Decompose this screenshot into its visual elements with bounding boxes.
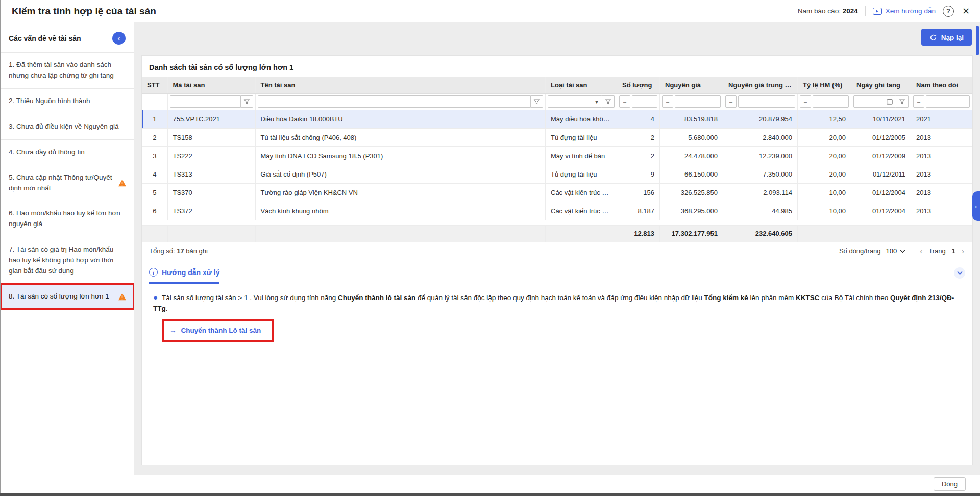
sidebar-item-label: 2. Thiếu Nguồn hình thành bbox=[9, 96, 127, 107]
table-row[interactable]: 2TS158Tủ tài liệu sắt chống (P406, 408)T… bbox=[142, 128, 972, 146]
column-header[interactable]: Tỷ lệ HM (%) bbox=[798, 77, 851, 93]
sidebar-item-2[interactable]: 2. Thiếu Nguồn hình thành bbox=[1, 88, 134, 114]
summary-row: 12.813 17.302.177.951 232.640.605 bbox=[142, 225, 972, 242]
table-row[interactable]: 4TS313Giá sắt cố định (P507)Tủ đựng tài … bbox=[142, 165, 972, 183]
table-cell: 6 bbox=[142, 202, 167, 220]
reload-label: Nạp lại bbox=[941, 34, 964, 41]
table-cell: 20.879.954 bbox=[723, 110, 798, 128]
filter-cell-year: = bbox=[911, 93, 972, 110]
view-guide-link[interactable]: Xem hướng dẫn bbox=[873, 7, 936, 15]
quantity-filter-input[interactable] bbox=[632, 95, 657, 108]
warning-icon bbox=[118, 293, 127, 301]
column-header[interactable]: Loại tài sản bbox=[546, 77, 617, 93]
sidebar-item-4[interactable]: 4. Chưa đầy đủ thông tin bbox=[1, 139, 134, 165]
cost-filter-input[interactable] bbox=[675, 95, 721, 108]
bottom-bar: Đóng bbox=[1, 475, 980, 493]
avgcost-filter-input[interactable] bbox=[738, 95, 795, 108]
asset-table-body: 1755.VPTC.2021Điều hòa Daikin 18.000BTUM… bbox=[142, 110, 972, 220]
code-filter-input[interactable] bbox=[170, 95, 241, 108]
column-header[interactable]: Nguyên giá bbox=[660, 77, 723, 93]
help-icon[interactable]: ? bbox=[943, 6, 954, 17]
close-dialog-button[interactable]: Đóng bbox=[934, 477, 966, 491]
panel-expand-handle[interactable]: ‹ bbox=[972, 191, 980, 221]
guide-instruction: ●Tài sản số lượng tài sản > 1 . Vui lòng… bbox=[153, 292, 962, 314]
column-header[interactable]: STT bbox=[142, 77, 167, 93]
filter-funnel-icon[interactable] bbox=[241, 95, 253, 108]
table-caption: Danh sách tài sản có số lượng lớn hơn 1 bbox=[142, 56, 972, 77]
chevron-down-icon bbox=[900, 249, 905, 253]
table-cell: TS222 bbox=[167, 146, 255, 165]
rows-per-page-select[interactable]: 100 bbox=[886, 247, 906, 255]
sidebar-item-6[interactable]: 6. Hao mòn/khấu hao lũy kế lớn hơn nguyê… bbox=[1, 201, 134, 237]
table-cell: 66.150.000 bbox=[660, 165, 723, 183]
table-cell: Tường rào giáp Viện KH&CN VN bbox=[255, 183, 546, 202]
page-number: 1 bbox=[952, 247, 955, 255]
table-cell: 2013 bbox=[911, 183, 972, 202]
filter-row: ▼ = = = bbox=[142, 93, 972, 110]
filter-cell-code bbox=[167, 93, 255, 110]
main-area: Nạp lại Danh sách tài sản có số lượng lớ… bbox=[134, 22, 980, 475]
sidebar-item-3[interactable]: 3. Chưa đủ điều kiện về Nguyên giá bbox=[1, 114, 134, 139]
table-row[interactable]: 1755.VPTC.2021Điều hòa Daikin 18.000BTUM… bbox=[142, 110, 972, 128]
column-header[interactable]: Tên tài sản bbox=[255, 77, 546, 93]
report-year: Năm báo cáo: 2024 bbox=[798, 7, 858, 15]
column-header[interactable]: Số lượng bbox=[617, 77, 660, 93]
main-toolbar: Nạp lại bbox=[134, 22, 980, 55]
table-cell: TS158 bbox=[167, 128, 255, 146]
table-cell: Tủ tài liệu sắt chống (P406, 408) bbox=[255, 128, 546, 146]
equals-operator[interactable]: = bbox=[800, 95, 811, 108]
table-cell: Vách kính khung nhôm bbox=[255, 202, 546, 220]
sidebar-item-label: 7. Tài sản có giá trị Hao mòn/khấu hao l… bbox=[9, 244, 127, 277]
equals-operator[interactable]: = bbox=[725, 95, 737, 108]
table-cell: 2013 bbox=[911, 128, 972, 146]
type-filter-select[interactable]: ▼ bbox=[548, 95, 602, 108]
total-count: 17 bbox=[177, 247, 184, 255]
guide-collapse-button[interactable] bbox=[954, 267, 965, 279]
filter-funnel-icon[interactable] bbox=[531, 95, 543, 108]
table-cell: 4 bbox=[617, 110, 660, 128]
column-header[interactable]: Ngày ghi tăng bbox=[851, 77, 911, 93]
sidebar-item-1[interactable]: 1. Đã thêm tài sản vào danh sách nhưng c… bbox=[1, 52, 134, 88]
table-row[interactable]: 3TS222Máy tính ĐNA LCD Samsung 18.5 (P30… bbox=[142, 146, 972, 165]
sidebar-item-5[interactable]: 5. Chưa cập nhật Thông tư/Quyết định mới… bbox=[1, 165, 134, 201]
table-row[interactable]: 6TS372Vách kính khung nhômCác vật kiến t… bbox=[142, 202, 972, 220]
sidebar-item-7[interactable]: 7. Tài sản có giá trị Hao mòn/khấu hao l… bbox=[1, 237, 134, 284]
prev-page-icon[interactable]: ‹ bbox=[920, 246, 922, 255]
equals-operator[interactable]: = bbox=[619, 95, 630, 108]
filter-cell-empty bbox=[142, 93, 167, 110]
filter-cell-date bbox=[851, 93, 911, 110]
sidebar-item-label: 8. Tài sản có số lượng lớn hơn 1 bbox=[9, 291, 114, 302]
column-header[interactable]: Năm theo dõi bbox=[911, 77, 972, 93]
filter-funnel-icon[interactable] bbox=[896, 95, 909, 108]
date-filter-input[interactable] bbox=[853, 95, 896, 108]
sidebar: Các vấn đề về tài sản ‹ 1. Đã thêm tài s… bbox=[1, 22, 134, 475]
close-icon[interactable]: ✕ bbox=[961, 6, 971, 17]
summary-quantity: 12.813 bbox=[617, 225, 660, 242]
convert-to-lot-link[interactable]: → Chuyển thành Lô tài sản bbox=[169, 326, 261, 336]
reload-button[interactable]: Nạp lại bbox=[921, 29, 972, 46]
table-cell: 01/12/2011 bbox=[851, 165, 911, 183]
filter-cell-name bbox=[255, 93, 546, 110]
table-row[interactable]: 5TS370Tường rào giáp Viện KH&CN VNCác vậ… bbox=[142, 183, 972, 202]
table-cell: 10,00 bbox=[798, 202, 851, 220]
sidebar-collapse-button[interactable]: ‹ bbox=[112, 32, 126, 45]
name-filter-input[interactable] bbox=[258, 95, 531, 108]
scrollbar-thumb[interactable] bbox=[976, 26, 979, 55]
tab-guide[interactable]: i Hướng dẫn xử lý bbox=[149, 268, 219, 284]
annotation-box: → Chuyển thành Lô tài sản bbox=[162, 319, 274, 342]
guide-tab-label: Hướng dẫn xử lý bbox=[162, 268, 219, 277]
table-cell: Giá sắt cố định (P507) bbox=[255, 165, 546, 183]
table-cell: 20,00 bbox=[798, 146, 851, 165]
sidebar-item-8[interactable]: 8. Tài sản có số lượng lớn hơn 1 bbox=[1, 284, 134, 309]
next-page-icon[interactable]: › bbox=[962, 246, 964, 255]
view-guide-label: Xem hướng dẫn bbox=[886, 7, 936, 15]
filter-funnel-icon[interactable] bbox=[602, 95, 615, 108]
year-filter-input[interactable] bbox=[926, 95, 970, 108]
column-header[interactable]: Mã tài sản bbox=[167, 77, 255, 93]
table-cell: 2013 bbox=[911, 165, 972, 183]
equals-operator[interactable]: = bbox=[913, 95, 924, 108]
rate-filter-input[interactable] bbox=[813, 95, 849, 108]
total-suffix: bản ghi bbox=[186, 247, 208, 255]
equals-operator[interactable]: = bbox=[662, 95, 673, 108]
column-header[interactable]: Nguyên giá trung bì... bbox=[723, 77, 798, 93]
